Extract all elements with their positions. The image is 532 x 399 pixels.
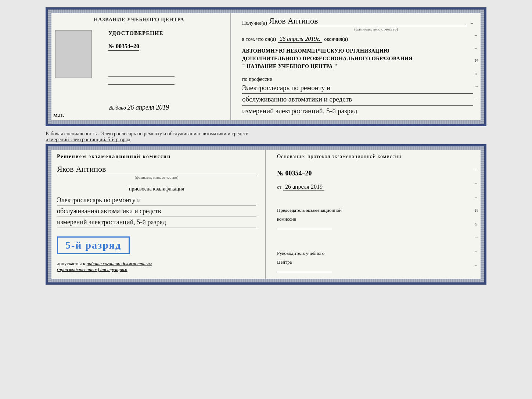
rank-badge: 5-й разряд [57,236,130,254]
org-block: АВТОНОМНУЮ НЕКОММЕРЧЕСКУЮ ОРГАНИЗАЦИЮ ДО… [242,47,473,70]
name-block: Яков Антипов (фамилия, имя, отчество) [57,163,256,179]
org-line2: ДОПОЛНИТЕЛЬНОГО ПРОФЕССИОНАЛЬНОГО ОБРАЗО… [242,55,473,63]
qual-line3: измерений электростанций, 5-й разряд [57,217,256,228]
mp-label: М.П. [53,113,64,118]
right-border-pattern [481,10,484,124]
recipient-block: Получил(а) Яков Антипов – (фамилия, имя,… [242,16,473,31]
issued-line: Выдано 26 апреля 2019 [109,104,169,111]
protocol-number: № 00354–20 [277,170,473,177]
chairman-signature-line [277,229,332,229]
btm-side-5: а [475,221,479,227]
btm-side-6: ← [475,235,479,241]
btm-side-1: – [475,167,479,172]
side-label-5: ← [475,84,479,89]
qualification-block: Электрослесарь по ремонту и обслуживанию… [57,195,256,228]
decision-title: Решением экзаменационной комиссии [57,154,256,160]
bottom-doc-left: Решением экзаменационной комиссии Яков А… [48,146,266,282]
bottom-document: Решением экзаменационной комиссии Яков А… [46,144,486,284]
issued-date: 26 апреля 2019 [127,104,169,111]
chairman-label: Председатель экзаменационной комиссии [277,206,473,232]
completion-date: 26 апреля 2019г. [278,36,322,43]
btm-top-border [48,146,484,150]
basis-title: Основание: протокол экзаменационной коми… [277,154,473,160]
cert-number: № 00354–20 [108,43,139,51]
side-labels-block: – – И а ← – [475,32,479,102]
ot-label: от [277,184,281,190]
btm-side-8: – [475,262,479,268]
person-name: Яков Антипов [57,164,256,174]
chairman-block: Председатель экзаменационной комиссии [277,200,473,232]
profession-block: по профессии Электрослесарь по ремонту и… [242,75,473,117]
date-intro: в том, что он(а) [242,36,276,42]
profession-label: по профессии [242,76,473,82]
btm-side-3: – [475,194,479,200]
head-label: Руководитель учебного Центра [277,249,473,275]
side-label-2: – [475,45,479,51]
side-label-6: – [475,97,479,102]
org-line3: " НАЗВАНИЕ УЧЕБНОГО ЦЕНТРА " [242,63,473,70]
head-signature-line [277,272,332,272]
rank-block: 5-й разряд [57,235,256,256]
left-border-pattern [48,10,51,124]
bottom-doc-right: Основание: протокол экзаменационной коми… [266,146,484,282]
specialty-line2: измерений электростанций, 5-й разряд [46,137,486,143]
fio-subtitle: (фамилия, имя, отчество) [57,175,256,179]
photo-placeholder [55,30,92,78]
qual-line2: обслуживанию автоматики и средств [57,206,256,217]
side-label-3: И [475,58,479,64]
top-doc-right: Получил(а) Яков Антипов – (фамилия, имя,… [231,10,484,124]
btm-side-2: – [475,181,479,186]
top-border-pattern [48,10,484,13]
recipient-name: Яков Антипов [269,16,467,26]
btm-bottom-border [48,279,484,282]
allowed-label: допускается к [57,261,85,266]
issued-label: Выдано [109,105,126,111]
qual-label: присвоена квалификация [57,186,256,192]
profession-line1: Электрослесарь по ремонту и [242,82,473,94]
top-document: НАЗВАНИЕ УЧЕБНОГО ЦЕНТРА УДОСТОВЕРЕНИЕ №… [46,7,486,126]
specialty-line1: Рабочая специальность - Электрослесарь п… [46,131,486,137]
bottom-border-pattern [48,120,484,124]
training-center-header: НАЗВАНИЕ УЧЕБНОГО ЦЕНТРА [94,17,184,23]
recipient-subtitle: (фамилия, имя, отчество) [279,27,473,31]
protocol-date: 26 апреля 2019 [283,184,324,190]
btm-side-labels-block: – – – И а ← – – – [475,167,479,281]
head-block: Руководитель учебного Центра [277,243,473,275]
side-label-1: – [475,32,479,38]
side-label-4: а [475,71,479,76]
profession-line3: измерений электростанций, 5-й разряд [242,106,473,117]
date-block: в том, что он(а) 26 апреля 2019г. окончи… [242,36,473,43]
org-line1: АВТОНОМНУЮ НЕКОММЕРЧЕСКУЮ ОРГАНИЗАЦИЮ [242,47,473,55]
allowed-block: допускается к работе согласно должностны… [57,261,256,272]
protocol-date-block: от 26 апреля 2019 [277,184,473,190]
top-doc-left: НАЗВАНИЕ УЧЕБНОГО ЦЕНТРА УДОСТОВЕРЕНИЕ №… [48,10,231,124]
btm-left-border [48,146,51,282]
date-end: окончил(а) [324,36,348,42]
btm-side-4: И [475,208,479,213]
btm-side-7: – [475,249,479,254]
qual-line1: Электрослесарь по ремонту и [57,195,256,206]
cert-title: УДОСТОВЕРЕНИЕ [108,30,163,36]
document-container: НАЗВАНИЕ УЧЕБНОГО ЦЕНТРА УДОСТОВЕРЕНИЕ №… [46,7,486,285]
btm-right-border [481,146,484,282]
profession-line2: обслуживанию автоматики и средств [242,94,473,105]
recipient-label: Получил(а) [242,20,267,26]
specialty-text-block: Рабочая специальность - Электрослесарь п… [46,128,486,144]
allowed-italic1: работе согласно должностным [86,261,152,266]
allowed-italic2: (производственным) инструкциям [57,267,127,272]
